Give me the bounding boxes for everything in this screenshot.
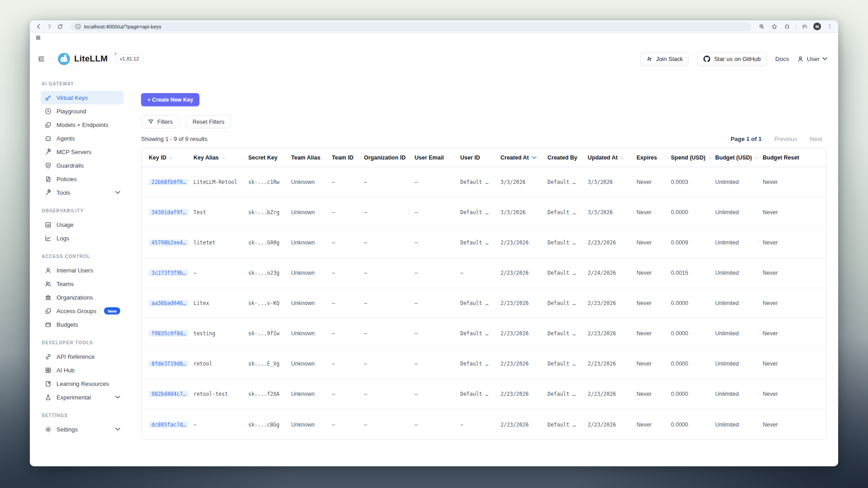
key-id-link[interactable]: 982bd484c7… — [149, 391, 189, 397]
sidebar-item-tools[interactable]: Tools — [41, 186, 124, 199]
key-id-link[interactable]: 45708b2ee4… — [149, 239, 189, 246]
key-id-link[interactable]: 22b68fb0f0… — [149, 179, 189, 185]
browser-profile-avatar[interactable]: M — [813, 23, 821, 30]
file-text-icon — [44, 175, 52, 183]
column-header-created_at[interactable]: Created At — [500, 155, 547, 161]
chevron-down-icon — [115, 191, 120, 194]
key-id-link[interactable]: f0835c0f8d… — [149, 330, 189, 337]
sidebar-item-internal-users[interactable]: Internal Users — [41, 263, 124, 277]
table-row: 8fde3719d8…retoolsk-...E_VgUnknown–––Def… — [142, 349, 826, 379]
join-slack-button[interactable]: Join Slack — [640, 52, 689, 66]
column-header-spend[interactable]: Spend (USD)↑↓ — [671, 155, 715, 161]
book-icon — [44, 380, 52, 387]
sidebar-section-label: ACCESS CONTROL — [42, 254, 136, 259]
forward-icon[interactable] — [45, 23, 53, 31]
sidebar-item-playground[interactable]: Playground — [41, 104, 124, 118]
cell-user_id: Default … — [460, 361, 500, 367]
column-header-key_id[interactable]: Key ID↑↓ — [142, 155, 193, 161]
sort-icon[interactable]: ↑↓ — [755, 155, 758, 160]
sort-icon[interactable]: ↑↓ — [708, 155, 711, 160]
sidebar-item-guardrails[interactable]: Guardrails — [41, 159, 124, 172]
cell-team_id: – — [332, 209, 364, 216]
sidebar-item-organizations[interactable]: Organizations — [41, 291, 124, 304]
brand-logo-group[interactable]: LiteLLM v1.81.12 — [58, 53, 143, 65]
extensions-icon[interactable] — [783, 23, 791, 31]
table-row: 982bd484c7…retool-testsk-...f2XAUnknown–… — [142, 379, 826, 409]
docs-link[interactable]: Docs — [775, 56, 789, 62]
cell-team_alias: Unknown — [291, 330, 332, 337]
sidebar-collapse-icon[interactable] — [35, 53, 47, 65]
wallet-icon — [44, 321, 52, 328]
sidebar-item-access-groups[interactable]: Access GroupsNew — [41, 304, 124, 318]
key-id-link[interactable]: 3c273f3f9b… — [149, 270, 189, 276]
cell-user_id: Default … — [460, 300, 500, 306]
bookmarks-bar — [30, 33, 838, 42]
sidebar-item-label: Guardrails — [57, 162, 84, 169]
reading-list-icon[interactable] — [801, 23, 809, 31]
apps-grid-icon[interactable] — [34, 34, 42, 42]
star-github-button[interactable]: Star us on GitHub — [697, 52, 767, 66]
page-info: Page 1 of 1 — [731, 136, 762, 142]
cell-expires: Never — [637, 391, 671, 397]
sidebar-item-label: Virtual Keys — [57, 94, 88, 101]
cell-team_alias: Unknown — [291, 300, 332, 306]
sort-icon[interactable]: ↑↓ — [169, 155, 172, 160]
sort-desc-icon[interactable] — [532, 156, 537, 160]
filters-button[interactable]: Filters — [141, 115, 179, 128]
column-header-updated_at[interactable]: Updated At↑↓ — [588, 155, 637, 161]
browser-menu-icon[interactable] — [826, 23, 834, 31]
sidebar-item-label: Experimental — [57, 394, 91, 401]
shield-check-icon — [44, 162, 52, 169]
user-icon — [44, 267, 52, 274]
sort-icon[interactable]: ↑↓ — [222, 155, 225, 160]
reset-filters-button[interactable]: Reset Filters — [186, 115, 231, 128]
sidebar-item-logs[interactable]: Logs — [41, 231, 124, 245]
reload-icon[interactable] — [56, 23, 64, 31]
zoom-icon[interactable] — [758, 23, 766, 31]
cell-team_id: – — [332, 361, 364, 367]
cell-budget: Unlimited — [715, 239, 763, 246]
cell-organization_id: – — [364, 422, 415, 428]
sidebar-item-models-endpoints[interactable]: Models + Endpoints — [41, 118, 124, 131]
sparkle-icon — [113, 52, 118, 57]
cell-user_email: – — [415, 330, 460, 337]
back-icon[interactable] — [34, 23, 42, 31]
cell-user_id: Default … — [460, 209, 500, 216]
next-button[interactable]: Next — [810, 136, 822, 142]
sidebar-item-learning-resources[interactable]: Learning Resources — [41, 377, 124, 390]
cell-updated_at: 2/23/2026 — [588, 239, 637, 246]
sidebar-item-budgets[interactable]: Budgets — [41, 318, 124, 331]
sidebar-item-usage[interactable]: Usage — [41, 218, 124, 231]
sidebar-item-experimental[interactable]: Experimental — [41, 390, 124, 404]
cell-budget_reset: Never — [763, 361, 812, 367]
cell-budget_reset: Never — [763, 422, 812, 428]
url-bar[interactable]: localhost:4000/ui/?page=api-keys — [71, 22, 751, 31]
create-new-key-button[interactable]: + Create New Key — [141, 93, 199, 106]
bookmark-star-icon[interactable] — [770, 23, 778, 31]
cell-created_at: 3/3/2026 — [500, 179, 547, 185]
sidebar-item-virtual-keys[interactable]: Virtual Keys — [41, 91, 124, 104]
sort-icon[interactable]: ↑↓ — [620, 155, 623, 160]
cell-team_alias: Unknown — [291, 239, 332, 246]
sidebar-item-teams[interactable]: Teams — [41, 277, 124, 291]
key-id-link[interactable]: aa36bad046… — [149, 300, 189, 306]
sidebar-item-settings[interactable]: Settings — [41, 422, 124, 436]
sidebar-item-agents[interactable]: Agents — [41, 131, 124, 145]
cell-created_at: 2/23/2026 — [500, 361, 547, 367]
sidebar-item-api-reference[interactable]: API Reference — [41, 350, 124, 363]
join-slack-label: Join Slack — [656, 56, 683, 62]
column-header-key_alias[interactable]: Key Alias↑↓ — [193, 155, 248, 161]
key-id-link[interactable]: dc805fac7d… — [149, 422, 189, 428]
key-id-link[interactable]: 8fde3719d8… — [149, 361, 189, 367]
previous-button[interactable]: Previous — [774, 136, 797, 142]
cell-user_id: Default … — [460, 391, 500, 397]
cell-key_alias: LiteLLM-Retool — [193, 179, 248, 185]
sidebar-item-ai-hub[interactable]: AI Hub — [41, 363, 124, 377]
key-id-link[interactable]: 34301daf9f… — [149, 209, 189, 216]
sidebar-item-label: Logs — [57, 235, 69, 242]
user-menu[interactable]: User — [797, 56, 827, 62]
site-info-icon[interactable] — [75, 23, 81, 29]
sidebar-item-policies[interactable]: Policies — [41, 172, 124, 186]
sidebar-item-mcp-servers[interactable]: MCP Servers — [41, 145, 124, 159]
column-header-budget[interactable]: Budget (USD)↑↓ — [715, 155, 763, 161]
